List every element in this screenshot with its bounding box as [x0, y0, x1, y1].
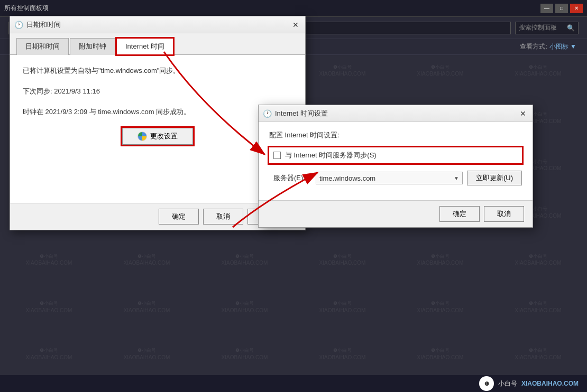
sync-checkbox-label: 与 Internet 时间服务器同步(S)	[285, 151, 377, 160]
tab-internet-time[interactable]: Internet 时间	[116, 38, 173, 55]
sync-checkbox[interactable]	[273, 152, 281, 159]
internet-body: 配置 Internet 时间设置: 与 Internet 时间服务器同步(S) …	[259, 122, 533, 200]
server-label: 服务器(E):	[273, 173, 311, 183]
minimize-button[interactable]: —	[540, 4, 553, 13]
datetime-title-text: 日期和时间	[26, 20, 287, 30]
brand-logo: ❶	[479, 376, 494, 391]
globe-icon	[137, 132, 147, 141]
dialog-internet: 🕐 Internet 时间设置 ✕ 配置 Internet 时间设置: 与 In…	[258, 105, 533, 228]
server-select[interactable]: time.windows.com ▼	[316, 172, 463, 184]
inet-desc: 配置 Internet 时间设置:	[269, 130, 522, 140]
top-bar: 所有控制面板项 — □ ✕	[0, 0, 587, 17]
datetime-close-button[interactable]: ✕	[290, 20, 301, 30]
bottom-bar: ❶ 小白号 XIAOBAIHAO.COM	[0, 375, 587, 392]
datetime-cancel-button[interactable]: 取消	[203, 209, 243, 225]
internet-title-text: Internet 时间设置	[275, 109, 515, 118]
update-now-button[interactable]: 立即更新(U)	[467, 171, 522, 185]
search-box[interactable]: 搜索控制面板 🔍	[515, 22, 579, 34]
chevron-down-icon: ▼	[454, 175, 459, 181]
window-controls: — □ ✕	[540, 4, 583, 13]
view-label: 查看方式:	[520, 42, 547, 51]
server-value: time.windows.com	[319, 174, 375, 182]
search-placeholder: 搜索控制面板	[519, 23, 557, 32]
change-btn-wrap: 更改设置	[23, 128, 292, 145]
maximize-button[interactable]: □	[555, 4, 568, 13]
close-button[interactable]: ✕	[570, 4, 583, 13]
internet-close-button[interactable]: ✕	[518, 108, 528, 119]
brand-info: ❶ 小白号 XIAOBAIHAO.COM	[479, 376, 579, 391]
internet-cancel-button[interactable]: 取消	[484, 206, 524, 222]
datetime-line2: 下次同步: 2021/9/3 11:16	[23, 86, 292, 97]
datetime-tabs: 日期和时间 附加时钟 Internet 时间	[10, 33, 305, 55]
datetime-ok-button[interactable]: 确定	[159, 209, 199, 225]
datetime-line3: 时钟在 2021/9/3 2:09 与 time.windows.com 同步成…	[23, 107, 292, 118]
tab-date-time[interactable]: 日期和时间	[16, 38, 69, 55]
brand-text: 小白号	[498, 379, 517, 388]
topbar-title: 所有控制面板项	[4, 4, 49, 13]
datetime-title-bar: 🕐 日期和时间 ✕	[10, 16, 305, 33]
sync-checkbox-row: 与 Internet 时间服务器同步(S)	[269, 147, 522, 163]
search-icon: 🔍	[567, 24, 575, 32]
datetime-line1: 已将计算机设置为自动与"time.windows.com"同步。	[23, 66, 292, 77]
internet-title-bar: 🕐 Internet 时间设置 ✕	[259, 105, 533, 122]
server-row: 服务器(E): time.windows.com ▼ 立即更新(U)	[269, 171, 522, 185]
tab-extra-clock[interactable]: 附加时钟	[70, 38, 115, 55]
internet-title-icon: 🕐	[263, 109, 272, 118]
internet-footer: 确定 取消	[259, 200, 533, 227]
view-type-link[interactable]: 小图标 ▼	[549, 42, 576, 51]
change-settings-button[interactable]: 更改设置	[122, 128, 193, 145]
datetime-title-icon: 🕐	[14, 21, 23, 29]
brand-domain: XIAOBAIHAO.COM	[521, 380, 579, 387]
internet-ok-button[interactable]: 确定	[439, 206, 480, 222]
